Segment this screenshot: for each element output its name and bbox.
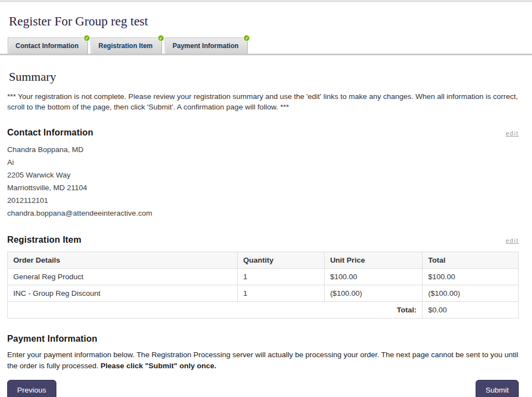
check-badge-icon: ✓ bbox=[84, 35, 90, 41]
order-item-unit-price: $100.00 bbox=[324, 269, 422, 285]
top-divider bbox=[0, 0, 532, 2]
table-header-row: Order Details Quantity Unit Price Total bbox=[8, 252, 519, 269]
table-row: General Reg Product 1 $100.00 $100.00 bbox=[8, 269, 519, 285]
registration-incomplete-notice: *** Your registration is not complete. P… bbox=[7, 92, 519, 112]
tab-label: Payment Information bbox=[173, 42, 238, 50]
contact-details: Chandra Boppana, MD Ai 2205 Warwick Way … bbox=[7, 143, 519, 220]
order-item-quantity: 1 bbox=[237, 285, 324, 302]
tab-payment-information[interactable]: Payment Information ✓ bbox=[165, 38, 248, 54]
tab-registration-item[interactable]: Registration Item ✓ bbox=[91, 38, 162, 54]
order-item-name: INC - Group Reg Discount bbox=[8, 285, 238, 302]
check-badge-icon: ✓ bbox=[243, 35, 250, 41]
order-details-table: Order Details Quantity Unit Price Total … bbox=[7, 252, 519, 318]
registration-section-header: Registration Item edit bbox=[7, 235, 519, 245]
contact-organization: Ai bbox=[7, 156, 519, 169]
tab-label: Registration Item bbox=[98, 42, 153, 50]
order-item-unit-price: ($100.00) bbox=[324, 285, 422, 302]
payment-instructions: Enter your payment information below. Th… bbox=[7, 349, 519, 371]
contact-city-state-zip: Marriottsville, MD 21104 bbox=[7, 181, 519, 194]
contact-section-title: Contact Information bbox=[7, 128, 93, 138]
order-total-value: $0.00 bbox=[423, 302, 519, 318]
payment-section-title: Payment Information bbox=[7, 334, 97, 344]
tab-contact-information[interactable]: Contact Information ✓ bbox=[8, 38, 88, 54]
previous-button[interactable]: Previous bbox=[7, 380, 56, 397]
payment-instructions-text: Enter your payment information below. Th… bbox=[7, 351, 518, 370]
navigation-buttons: Previous Submit bbox=[7, 380, 519, 397]
contact-phone: 2012112101 bbox=[7, 194, 519, 207]
order-item-quantity: 1 bbox=[237, 269, 324, 285]
tab-bar: Contact Information ✓ Registration Item … bbox=[0, 38, 532, 54]
tabs-underline bbox=[0, 54, 532, 55]
table-row: INC - Group Reg Discount 1 ($100.00) ($1… bbox=[8, 285, 519, 302]
column-header-total: Total bbox=[423, 252, 519, 269]
column-header-quantity: Quantity bbox=[237, 252, 324, 269]
contact-name: Chandra Boppana, MD bbox=[7, 143, 519, 156]
registration-section-title: Registration Item bbox=[7, 235, 81, 245]
order-total-label: Total: bbox=[8, 302, 423, 318]
check-badge-icon: ✓ bbox=[158, 35, 164, 41]
order-item-total: $100.00 bbox=[423, 269, 519, 285]
summary-heading: Summary bbox=[9, 70, 519, 84]
order-item-name: General Reg Product bbox=[8, 269, 238, 285]
contact-street: 2205 Warwick Way bbox=[7, 169, 519, 181]
tab-label: Contact Information bbox=[15, 42, 79, 50]
column-header-unit-price: Unit Price bbox=[324, 252, 422, 269]
contact-section-header: Contact Information edit bbox=[7, 128, 519, 138]
contact-email: chandra.boppana@attendeeinteractive.com bbox=[7, 207, 519, 220]
page-title: Register For Group reg test bbox=[9, 14, 519, 29]
registration-edit-link[interactable]: edit bbox=[505, 237, 519, 244]
payment-section-header: Payment Information bbox=[7, 334, 519, 344]
contact-edit-link[interactable]: edit bbox=[505, 130, 519, 137]
order-item-total: ($100.00) bbox=[423, 285, 519, 302]
table-total-row: Total: $0.00 bbox=[8, 302, 519, 318]
payment-instructions-warning: Please click "Submit" only once. bbox=[101, 362, 216, 370]
column-header-order-details: Order Details bbox=[8, 252, 238, 269]
submit-button[interactable]: Submit bbox=[476, 380, 519, 397]
